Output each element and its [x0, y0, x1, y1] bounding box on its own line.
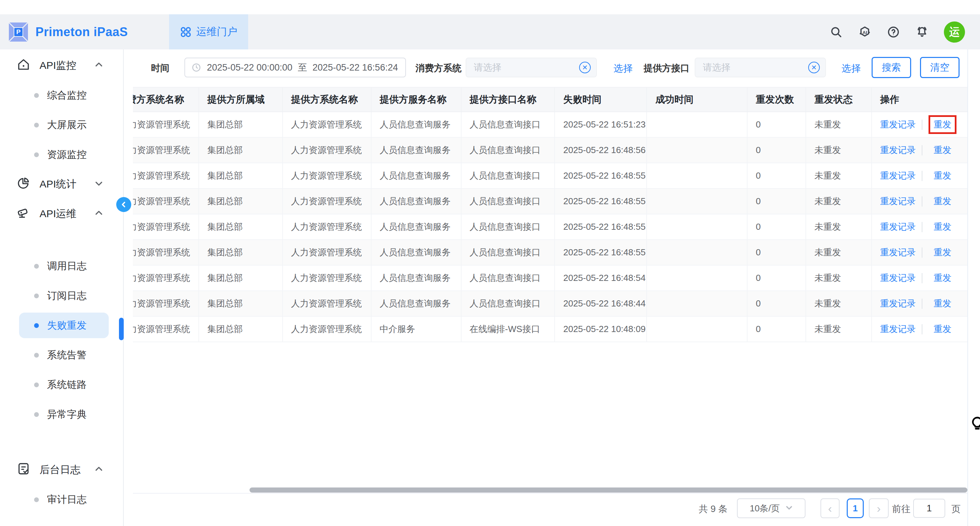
resend-link[interactable]: 重发: [934, 272, 951, 284]
clear-circle-icon[interactable]: ✕: [808, 62, 820, 73]
cell-resend-status: 未重发: [806, 291, 872, 316]
sidebar-item-label: 调用日志: [47, 259, 87, 273]
resend-wrap: 重发: [929, 320, 956, 338]
resend-link[interactable]: 重发: [934, 144, 951, 156]
cell-provider-domain: 集团总部: [199, 163, 283, 188]
horizontal-scrollbar-thumb[interactable]: [250, 488, 967, 493]
provider-interface-label: 提供方接口: [644, 62, 690, 74]
cell-fail-time: 2025-05-22 16:48:55: [555, 163, 647, 188]
sidebar-group-api-monitor[interactable]: API监控: [0, 53, 123, 78]
resend-link[interactable]: 重发: [934, 246, 951, 258]
sidebar-item-label: 资源监控: [47, 148, 87, 162]
goto-label: 前往: [892, 503, 910, 515]
resend-record-link[interactable]: 重发记录: [880, 297, 916, 310]
sidebar-item-label: 系统告警: [47, 348, 87, 362]
cell-consumer-system: 人力资源管理系统: [133, 112, 199, 137]
col-actions: 操作: [872, 87, 968, 111]
cell-resend-status: 未重发: [806, 265, 872, 291]
sidebar-item-failure-resend[interactable]: 失败重发: [19, 313, 109, 338]
ai-assistant-icon[interactable]: AI: [858, 25, 872, 39]
resend-record-link[interactable]: 重发记录: [880, 119, 916, 130]
sidebar-item-label: 异常字典: [47, 408, 87, 421]
notification-bell-icon[interactable]: [915, 25, 929, 39]
sidebar-item-label: 失败重发: [47, 319, 87, 332]
sidebar-item-resource-monitor[interactable]: 资源监控: [19, 142, 109, 167]
sidebar-item-audit-logs[interactable]: 审计日志: [19, 487, 109, 512]
sidebar-item-system-alerts[interactable]: 系统告警: [19, 342, 109, 368]
page-size-value: 10条/页: [749, 502, 780, 515]
consumer-select-link[interactable]: 选择: [614, 62, 633, 75]
sidebar-item-call-logs[interactable]: 调用日志: [19, 253, 109, 279]
tab-operations-portal[interactable]: 运维门户: [169, 14, 248, 49]
sidebar-item-system-links[interactable]: 系统链路: [19, 372, 109, 397]
sidebar-collapse-button[interactable]: [116, 197, 131, 212]
resend-record-link[interactable]: 重发记录: [880, 221, 916, 233]
action-divider: [922, 273, 923, 283]
consumer-system-select[interactable]: 请选择 ✕: [466, 57, 597, 77]
pie-chart-icon: [16, 176, 31, 192]
sidebar-group-api-operations[interactable]: API运维: [0, 201, 123, 227]
cell-actions: 重发记录 重发: [872, 163, 968, 188]
cell-success-time: [647, 265, 748, 291]
cell-fail-time: 2025-05-22 16:48:54: [555, 265, 647, 291]
cell-provider-domain: 集团总部: [199, 189, 283, 214]
resend-record-link[interactable]: 重发记录: [880, 323, 916, 335]
search-button[interactable]: 搜索: [872, 57, 911, 78]
cell-resend-count: 0: [748, 163, 806, 188]
resend-record-link[interactable]: 重发记录: [880, 272, 916, 284]
app-window: P Primeton iPaaS 运维门户 AI: [0, 0, 980, 526]
resend-record-link[interactable]: 重发记录: [880, 195, 916, 207]
cell-actions: 重发记录 重发: [872, 240, 968, 265]
current-page-button[interactable]: 1: [847, 498, 864, 518]
clear-circle-icon[interactable]: ✕: [579, 62, 591, 73]
cell-provider-system: 人力资源管理系统: [283, 215, 372, 239]
sidebar-item-exception-dictionary[interactable]: 异常字典: [19, 402, 109, 427]
cell-consumer-system: 人力资源管理系统: [133, 163, 199, 188]
cell-actions: 重发记录 重发: [872, 265, 968, 291]
resend-record-link[interactable]: 重发记录: [880, 170, 916, 182]
user-avatar[interactable]: 运: [944, 21, 965, 43]
cell-provider-domain: 集团总部: [199, 138, 283, 163]
resend-record-link[interactable]: 重发记录: [880, 246, 916, 258]
resend-link[interactable]: 重发: [934, 323, 951, 335]
date-range-start: 2025-05-22 00:00:00: [207, 62, 293, 73]
help-icon[interactable]: [886, 25, 900, 39]
goto-page-input[interactable]: [913, 499, 945, 518]
action-divider: [922, 299, 923, 309]
cell-resend-count: 0: [748, 291, 806, 316]
search-icon[interactable]: [829, 25, 843, 39]
cell-resend-status: 未重发: [806, 163, 872, 188]
sidebar-item-big-screen[interactable]: 大屏展示: [19, 112, 109, 138]
sidebar-group-backend-logs[interactable]: 后台日志: [0, 457, 123, 483]
action-divider: [922, 248, 923, 258]
sidebar-group-api-statistics[interactable]: API统计: [0, 172, 123, 197]
resend-link[interactable]: 重发: [934, 297, 951, 310]
next-page-button[interactable]: ›: [869, 498, 889, 518]
provider-interface-select[interactable]: 请选择 ✕: [695, 57, 826, 77]
resend-link[interactable]: 重发: [934, 195, 951, 207]
cell-provider-interface: 在线编排-WS接口: [461, 317, 555, 342]
sidebar-item-label: 审计日志: [47, 493, 87, 507]
resend-link[interactable]: 重发: [934, 119, 951, 130]
sidebar-item-overall-monitor[interactable]: 综合监控: [19, 83, 109, 108]
lightbulb-helper-icon[interactable]: [970, 415, 980, 435]
sidebar-item-subscription-logs[interactable]: 订阅日志: [19, 283, 109, 308]
bullet-icon: [34, 264, 39, 269]
action-divider: [922, 171, 923, 181]
resend-record-link[interactable]: 重发记录: [880, 144, 916, 156]
sidebar-scrollbar-thumb[interactable]: [119, 318, 124, 340]
prev-page-button[interactable]: ‹: [821, 498, 840, 518]
date-range-input[interactable]: 2025-05-22 00:00:00 至 2025-05-22 16:56:2…: [185, 57, 406, 77]
page-size-select[interactable]: 10条/页: [737, 498, 805, 518]
action-divider: [922, 196, 923, 207]
resend-link[interactable]: 重发: [934, 170, 951, 182]
clear-button[interactable]: 清空: [920, 57, 959, 78]
provider-select-link[interactable]: 选择: [842, 62, 861, 75]
cell-success-time: [647, 112, 748, 137]
resend-link[interactable]: 重发: [934, 221, 951, 233]
header-icons: AI 运: [829, 14, 965, 49]
cell-resend-count: 0: [748, 240, 806, 265]
cell-resend-count: 0: [748, 317, 806, 342]
cell-provider-domain: 集团总部: [199, 291, 283, 316]
cell-provider-service: 人员信息查询服务: [372, 163, 461, 188]
